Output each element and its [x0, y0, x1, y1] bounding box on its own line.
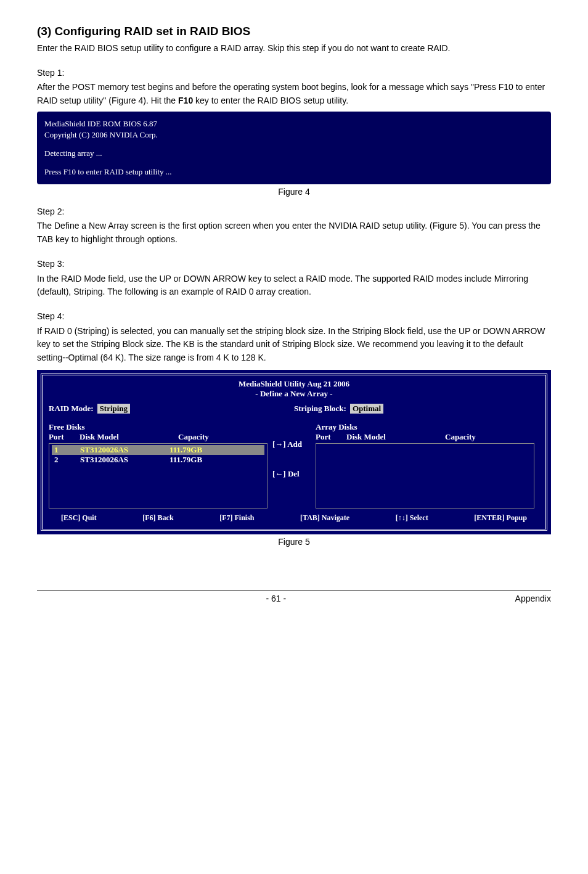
- bios-message-block: MediaShield IDE ROM BIOS 6.87 Copyright …: [37, 112, 551, 184]
- raid-mode-label: RAID Mode:: [49, 404, 94, 414]
- raid-mode-value[interactable]: Striping: [97, 404, 131, 414]
- array-disks-title: Array Disks: [316, 422, 539, 432]
- disk-model: ST3120026AS: [80, 455, 169, 465]
- utility-border: MediaShield Utility Aug 21 2006 - Define…: [41, 374, 547, 531]
- del-action[interactable]: [←] Del: [272, 469, 316, 479]
- col-model: Disk Model: [80, 432, 178, 442]
- figure4-caption: Figure 4: [37, 187, 551, 197]
- footer-tab[interactable]: [TAB] Navigate: [300, 513, 349, 523]
- step4-text: If RAID 0 (Striping) is selected, you ca…: [37, 325, 551, 365]
- array-disks-box[interactable]: [316, 443, 534, 508]
- utility-title-line2: - Define a New Array -: [255, 389, 332, 398]
- footer-select[interactable]: [↑↓] Select: [396, 513, 428, 523]
- bios-line: Copyright (C) 2006 NVIDIA Corp.: [44, 130, 544, 140]
- disk-actions: [→] Add [←] Del: [272, 422, 316, 499]
- page-footer: - 61 - Appendix: [37, 590, 551, 603]
- step2-text: The Define a New Array screen is the fir…: [37, 219, 551, 246]
- col-port: Port: [316, 432, 346, 442]
- col-capacity: Capacity: [178, 432, 272, 442]
- bios-line: Detecting array ...: [44, 149, 544, 158]
- step2-label: Step 2:: [37, 205, 551, 219]
- intro-text: Enter the RAID BIOS setup utility to con…: [37, 42, 551, 55]
- free-disks-title: Free Disks: [49, 422, 272, 432]
- mediashield-utility: MediaShield Utility Aug 21 2006 - Define…: [37, 370, 551, 534]
- array-disks-col: Array Disks Port Disk Model Capacity: [316, 422, 539, 508]
- col-model: Disk Model: [346, 432, 445, 442]
- footer-esc[interactable]: [ESC] Quit: [61, 513, 97, 523]
- utility-title-line1: MediaShield Utility Aug 21 2006: [239, 379, 349, 388]
- step1-text-b: key to enter the RAID BIOS setup utility…: [193, 96, 348, 105]
- section-heading: (3) Configuring RAID set in RAID BIOS: [37, 25, 551, 38]
- disk-port: 1: [52, 445, 80, 455]
- disk-port: 2: [52, 455, 80, 465]
- disks-row: Free Disks Port Disk Model Capacity 1 ST…: [49, 422, 539, 508]
- bios-line: Press F10 to enter RAID setup utility ..…: [44, 167, 544, 177]
- array-disks-header: Port Disk Model Capacity: [316, 432, 539, 442]
- col-port: Port: [49, 432, 80, 442]
- disk-capacity: 111.79GB: [169, 445, 264, 455]
- free-disks-header: Port Disk Model Capacity: [49, 432, 272, 442]
- step1-text: After the POST memory test begins and be…: [37, 81, 551, 107]
- col-capacity: Capacity: [445, 432, 539, 442]
- footer-f6[interactable]: [F6] Back: [142, 513, 173, 523]
- step1-label: Step 1:: [37, 67, 551, 80]
- striping-block-value[interactable]: Optimal: [350, 404, 383, 414]
- spacer: [44, 160, 544, 166]
- utility-title: MediaShield Utility Aug 21 2006 - Define…: [49, 379, 539, 399]
- step4-label: Step 4:: [37, 310, 551, 324]
- footer-f7[interactable]: [F7] Finish: [219, 513, 254, 523]
- free-disk-row[interactable]: 1 ST3120026AS 111.79GB: [52, 445, 264, 455]
- utility-footer: [ESC] Quit [F6] Back [F7] Finish [TAB] N…: [49, 508, 539, 524]
- striping-block-field[interactable]: Striping Block: Optimal: [294, 404, 539, 414]
- free-disks-col: Free Disks Port Disk Model Capacity 1 ST…: [49, 422, 272, 508]
- free-disks-box[interactable]: 1 ST3120026AS 111.79GB 2 ST3120026AS 111…: [49, 443, 267, 508]
- raid-mode-field[interactable]: RAID Mode: Striping: [49, 404, 294, 414]
- figure5-caption: Figure 5: [37, 537, 551, 547]
- disk-capacity: 111.79GB: [169, 455, 264, 465]
- footer-enter[interactable]: [ENTER] Popup: [474, 513, 527, 523]
- footer-appendix: Appendix: [515, 594, 551, 603]
- spacer: [44, 141, 544, 147]
- step3-text: In the RAID Mode field, use the UP or DO…: [37, 272, 551, 299]
- bios-line: MediaShield IDE ROM BIOS 6.87: [44, 119, 544, 129]
- step1-key: F10: [178, 96, 193, 105]
- disk-model: ST3120026AS: [80, 445, 169, 455]
- free-disk-row[interactable]: 2 ST3120026AS 111.79GB: [52, 455, 264, 465]
- utility-top-row: RAID Mode: Striping Striping Block: Opti…: [49, 404, 539, 414]
- page-number: - 61 -: [266, 594, 286, 603]
- step3-label: Step 3:: [37, 258, 551, 271]
- striping-block-label: Striping Block:: [294, 404, 346, 414]
- add-action[interactable]: [→] Add: [272, 439, 316, 449]
